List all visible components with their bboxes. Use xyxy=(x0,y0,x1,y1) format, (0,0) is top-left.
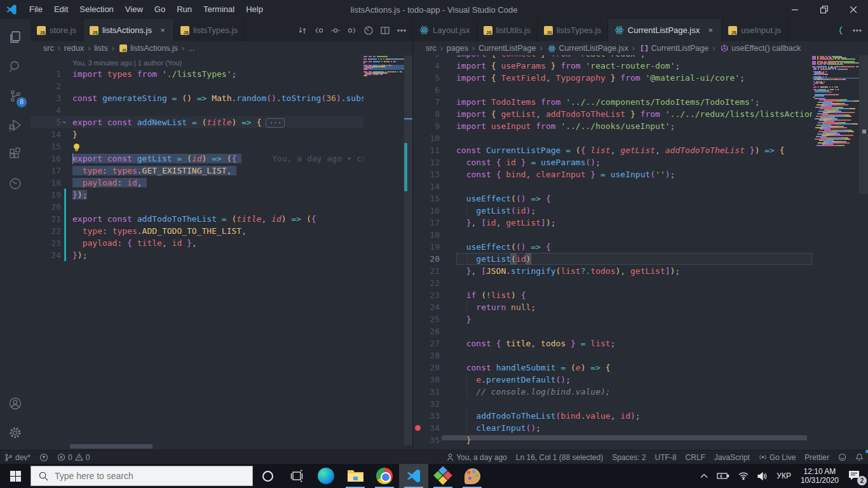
code-line[interactable]: 33 addTodoToTheList(bind.value, id); xyxy=(413,410,812,422)
previous-change-icon[interactable] xyxy=(312,24,326,37)
code-line[interactable]: 15 useEffect(() => { xyxy=(413,193,812,205)
code-line[interactable]: 19}); xyxy=(31,189,363,201)
code-line[interactable]: 32 xyxy=(413,398,812,410)
breadcrumb-item[interactable]: useEffect() callback xyxy=(730,44,802,53)
gutter[interactable]: 27 xyxy=(413,337,456,349)
code-line[interactable]: 7import TodoItems from '../../components… xyxy=(413,96,812,108)
minimize-button[interactable] xyxy=(780,0,810,19)
code-line[interactable]: 4 xyxy=(31,104,363,116)
gutter[interactable]: 5 xyxy=(31,116,72,128)
code-line[interactable]: 8import { getList, addTodoToTheList } fr… xyxy=(413,108,812,120)
volume-icon[interactable] xyxy=(753,472,772,480)
gutter[interactable] xyxy=(31,58,72,68)
action-center-button[interactable]: 2 xyxy=(844,470,868,483)
indentation-indicator[interactable]: Spaces: 2 xyxy=(607,451,650,464)
code-line[interactable]: 14} xyxy=(31,128,363,140)
start-button[interactable] xyxy=(0,464,31,488)
code-line[interactable]: 6 xyxy=(413,84,812,96)
gutter[interactable]: 22 xyxy=(31,225,72,237)
gutter[interactable]: 1 xyxy=(31,68,72,80)
source-control-icon[interactable]: 8 xyxy=(0,81,31,111)
code-line[interactable]: 17 }, [id, getList]); xyxy=(413,217,812,229)
settings-gear-icon[interactable] xyxy=(0,418,31,447)
code-line[interactable]: 24}); xyxy=(31,249,363,261)
code-line[interactable]: 28 xyxy=(413,349,812,362)
gutter[interactable]: 3 xyxy=(31,92,72,104)
code-line[interactable]: 34 clearInput(); xyxy=(413,422,812,434)
search-icon[interactable] xyxy=(0,52,31,81)
taskbar-search[interactable] xyxy=(31,466,253,486)
gutter[interactable]: 24 xyxy=(413,301,456,313)
gutter[interactable]: 15 xyxy=(413,193,456,205)
edge-taskbar-icon[interactable] xyxy=(311,464,341,488)
code-line[interactable]: 23 payload: { title, id }, xyxy=(31,237,363,249)
gutter[interactable]: 26 xyxy=(413,325,456,337)
explorer-icon[interactable] xyxy=(0,23,31,52)
gutter[interactable]: 10 xyxy=(413,132,456,144)
menu-help[interactable]: Help xyxy=(240,0,269,19)
file-explorer-taskbar-icon[interactable] xyxy=(341,464,370,488)
code-editor-left[interactable]: You, 3 minutes ago | 1 author (You)1impo… xyxy=(31,55,412,450)
tab-liststypes-js[interactable]: listsTypes.js xyxy=(174,19,245,41)
code-line[interactable]: 26 xyxy=(413,325,812,337)
prettier-indicator[interactable]: Prettier xyxy=(800,451,834,464)
breadcrumb-item[interactable]: CurrentListPage xyxy=(650,44,710,53)
gutter[interactable]: 22 xyxy=(413,277,456,289)
code-line[interactable]: 22 type: types.ADD_TODO_TO_THE_LIST, xyxy=(31,225,363,237)
code-line[interactable]: 13 const { bind, clearInput } = useInput… xyxy=(413,168,812,180)
compare-changes-icon[interactable] xyxy=(295,24,309,37)
battery-icon[interactable] xyxy=(712,472,734,480)
menu-run[interactable]: Run xyxy=(171,0,198,19)
scrollbar-vertical[interactable] xyxy=(859,55,868,450)
language-mode[interactable]: JavaScript xyxy=(710,451,754,464)
code-line[interactable]: 12 const { id } = useParams(); xyxy=(413,156,812,168)
code-line[interactable]: 22 xyxy=(413,277,812,289)
code-line[interactable]: 15 xyxy=(31,140,363,152)
code-line[interactable]: 20 getList(id) xyxy=(413,253,812,265)
tab-listutils-js[interactable]: listUtils.js xyxy=(477,19,538,41)
code-line[interactable]: 3const generateSting = () => Math.random… xyxy=(31,92,363,104)
search-input[interactable] xyxy=(55,471,214,481)
more-actions-icon[interactable] xyxy=(850,24,864,37)
code-line[interactable]: 21 }, [JSON.stringify(list?.todos), getL… xyxy=(413,265,812,277)
close-button[interactable] xyxy=(839,0,868,19)
gutter[interactable]: 3 xyxy=(413,55,456,60)
gutter[interactable]: 28 xyxy=(413,349,456,362)
code-line[interactable]: 29 const handleSubmit = (e) => { xyxy=(413,362,812,374)
tab-listsactions-js[interactable]: listsActions.js xyxy=(83,19,174,41)
code-line[interactable]: 17 type: types.GET_EXISTING_LIST, xyxy=(31,165,363,177)
code-line[interactable]: 1import types from './listsTypes'; xyxy=(31,68,363,80)
code-line[interactable]: 20 xyxy=(31,201,363,213)
gutter[interactable]: 14 xyxy=(31,128,72,140)
problems-indicator[interactable]: 0 0 xyxy=(53,451,94,464)
gutter[interactable]: 34 xyxy=(413,422,456,434)
scrollbar-horizontal[interactable] xyxy=(442,435,807,440)
wifi-icon[interactable] xyxy=(734,472,753,480)
timeline-extension-icon[interactable] xyxy=(0,169,31,198)
cursor-position[interactable]: Ln 16, Col 1 (88 selected) xyxy=(512,451,607,464)
gutter[interactable]: 16 xyxy=(31,152,72,165)
menu-edit[interactable]: Edit xyxy=(48,0,74,19)
code-line[interactable]: 10 xyxy=(413,132,812,144)
menu-file[interactable]: File xyxy=(24,0,48,19)
breadcrumb-item[interactable]: CurrentListPage xyxy=(477,44,537,53)
menu-view[interactable]: View xyxy=(119,0,149,19)
notifications-bell-icon[interactable] xyxy=(851,451,868,464)
gutter[interactable]: 2 xyxy=(31,80,72,92)
gutter[interactable]: 7 xyxy=(413,96,456,108)
extensions-icon[interactable] xyxy=(0,140,31,169)
paint-taskbar-icon[interactable] xyxy=(458,464,487,488)
breadcrumb-item[interactable]: ... xyxy=(187,44,196,53)
eol-indicator[interactable]: CRLF xyxy=(681,451,710,464)
encoding-indicator[interactable]: UTF-8 xyxy=(651,451,681,464)
code-line[interactable]: 5export const addNewList = (title) => {·… xyxy=(31,116,363,128)
gutter[interactable]: 20 xyxy=(31,201,72,213)
fold-chevron-icon[interactable] xyxy=(58,120,71,124)
code-editor-right[interactable]: 3import { connect } from 'react-redux';4… xyxy=(413,55,868,450)
code-line[interactable]: 11const CurrentListPage = ({ list, getLi… xyxy=(413,144,812,156)
code-line[interactable]: 16export const getList = (id) => ({ You,… xyxy=(31,152,363,165)
gutter[interactable]: 17 xyxy=(31,165,72,177)
language-indicator[interactable]: УКР xyxy=(772,471,796,480)
gutter[interactable]: 16 xyxy=(413,205,456,217)
gutter[interactable]: 15 xyxy=(31,140,72,152)
